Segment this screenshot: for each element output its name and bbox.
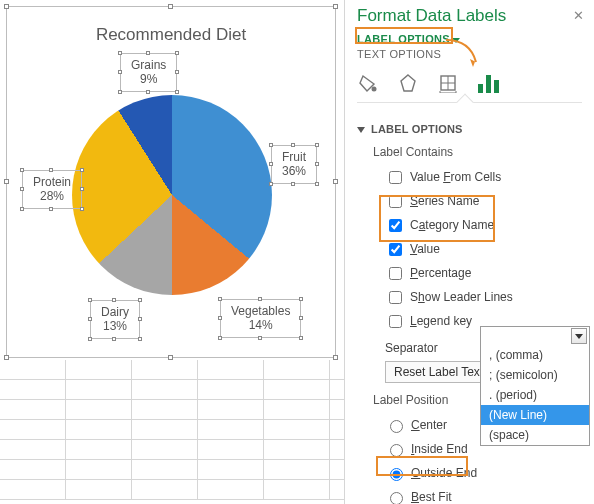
checkbox-show-leader-lines[interactable] — [389, 291, 402, 304]
svg-point-0 — [372, 87, 377, 92]
checkbox-series-name[interactable] — [389, 195, 402, 208]
data-label-dairy[interactable]: Dairy 13% — [90, 300, 140, 339]
dropdown-item-space[interactable]: (space) — [481, 425, 589, 445]
checkbox-value-from-cells[interactable] — [389, 171, 402, 184]
data-label-val: 36% — [282, 164, 306, 178]
data-label-fruit[interactable]: Fruit 36% — [271, 145, 317, 184]
checkbox-legend-key[interactable] — [389, 315, 402, 328]
pie-chart[interactable] — [72, 95, 272, 295]
fill-line-icon[interactable] — [357, 72, 379, 94]
spreadsheet-grid — [0, 360, 344, 504]
chart-title[interactable]: Recommended Diet — [7, 25, 335, 45]
effects-icon[interactable] — [397, 72, 419, 94]
dropdown-item-comma[interactable]: , (comma) — [481, 345, 589, 365]
checkbox-percentage[interactable] — [389, 267, 402, 280]
dropdown-item-semicolon[interactable]: ; (semicolon) — [481, 365, 589, 385]
separator-dropdown[interactable]: , (comma) ; (semicolon) . (period) (New … — [480, 326, 590, 446]
checkbox-category-name[interactable] — [389, 219, 402, 232]
panel-title: Format Data Labels — [345, 0, 594, 30]
data-label-vegetables[interactable]: Vegetables 14% — [220, 299, 301, 338]
radio-center[interactable] — [390, 420, 403, 433]
size-properties-icon[interactable] — [437, 72, 459, 94]
separator-label: Separator — [385, 341, 438, 355]
chart-area[interactable]: Recommended Diet Fruit 36% Vegetables 14… — [6, 6, 336, 358]
reset-label-text-button[interactable]: Reset Label Text — [385, 361, 492, 383]
data-label-cat: Fruit — [282, 150, 306, 164]
data-label-protein[interactable]: Protein 28% — [22, 170, 82, 209]
radio-outside-end[interactable] — [390, 468, 403, 481]
label-contains-header: Label Contains — [373, 145, 582, 159]
format-panel: Format Data Labels ✕ LABEL OPTIONS TEXT … — [344, 0, 594, 504]
section-label-options[interactable]: LABEL OPTIONS — [357, 123, 582, 135]
dropdown-toggle-icon[interactable] — [571, 328, 587, 344]
chart-options-icon[interactable] — [477, 72, 499, 94]
svg-marker-1 — [401, 75, 415, 91]
checkbox-value[interactable] — [389, 243, 402, 256]
tab-text-options[interactable]: TEXT OPTIONS — [357, 48, 441, 62]
radio-inside-end[interactable] — [390, 444, 403, 457]
radio-best-fit[interactable] — [390, 492, 403, 504]
data-label-grains[interactable]: Grains 9% — [120, 53, 177, 92]
dropdown-item-period[interactable]: . (period) — [481, 385, 589, 405]
close-icon[interactable]: ✕ — [573, 8, 584, 23]
dropdown-item-newline[interactable]: (New Line) — [481, 405, 589, 425]
tab-label-options[interactable]: LABEL OPTIONS — [357, 33, 460, 47]
